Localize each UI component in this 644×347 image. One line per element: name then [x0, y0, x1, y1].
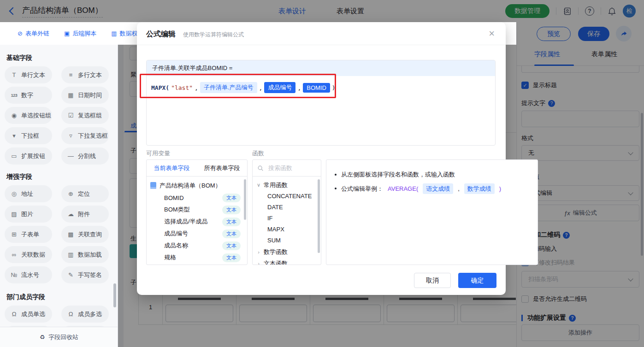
confirm-button[interactable]: 确定 [458, 273, 496, 288]
bell-icon[interactable] [608, 7, 616, 16]
formula-editor-box[interactable]: 子件清单.关联半成品BOMID = MAPX("last", 子件清单.产品编号… [146, 60, 496, 146]
group-common-functions[interactable]: ∨ 常用函数 [256, 179, 321, 191]
data-manage-button[interactable]: 数据管理 [505, 4, 549, 18]
show-title-checkbox[interactable]: 显示标题 [521, 81, 557, 89]
bullet-icon [335, 174, 337, 176]
tab-form-design[interactable]: 表单设计 [278, 7, 306, 16]
group-math-functions[interactable]: › 数学函数 [256, 246, 321, 258]
field-subform[interactable]: ⊞子表单 [5, 226, 52, 243]
function-search[interactable] [253, 160, 321, 176]
field-multi-line-text[interactable]: ≡多行文本 [61, 66, 109, 83]
tab-form-settings[interactable]: 表单设置 [337, 7, 364, 16]
default-value-select[interactable]: 公式编辑 [521, 185, 639, 201]
variable-row[interactable]: 成品编号文本 [150, 228, 247, 240]
cell-input[interactable] [461, 305, 516, 322]
close-icon[interactable]: × [489, 29, 495, 39]
field-address[interactable]: ◎地址 [5, 185, 52, 202]
field-member-multi[interactable]: Ω成员多选 [61, 306, 109, 323]
functions-scrollbar[interactable] [318, 179, 320, 253]
field-signature[interactable]: ✎手写签名 [61, 266, 109, 283]
type-badge: 文本 [222, 194, 241, 202]
field-extend-button[interactable]: ▭扩展按钮 [5, 147, 52, 165]
tab-current-form-fields[interactable]: 当前表单字段 [154, 164, 190, 172]
group-text-functions[interactable]: › 文本函数 [256, 258, 321, 265]
canvas-field-label: 生 [130, 235, 136, 243]
field-number[interactable]: 123数字 [5, 87, 52, 104]
cloud-icon: ☁ [67, 211, 75, 218]
field-recycle-bin[interactable]: ♻ 字段回收站 [0, 327, 118, 347]
edit-formula-button[interactable]: ƒx 编辑公式 [521, 205, 639, 221]
field-location[interactable]: ⊕定位 [61, 185, 109, 202]
backend-script-button[interactable]: ▣ 后端脚本 [64, 29, 96, 38]
field-divider[interactable]: —分割线 [61, 147, 109, 165]
variable-row[interactable]: BOMID文本 [150, 192, 247, 204]
variable-row[interactable]: 成品名称文本 [150, 240, 247, 252]
preview-button[interactable]: 预览 [537, 27, 571, 41]
function-item[interactable]: SUM [256, 235, 321, 246]
question-icon[interactable] [563, 232, 570, 239]
form-external-link-button[interactable]: ⊘ 表单外链 [18, 29, 49, 38]
back-icon[interactable] [9, 7, 17, 15]
variable-row[interactable]: BOM类型文本 [150, 204, 247, 216]
field-dropdown[interactable]: ▾下拉框 [5, 127, 52, 144]
type-badge: 文本 [222, 253, 241, 262]
avatar[interactable]: 检 [623, 5, 636, 18]
question-icon[interactable] [569, 315, 576, 322]
variable-row[interactable]: 选择成品/半成品文本 [150, 216, 247, 228]
checkbox-icon[interactable] [521, 295, 529, 303]
function-item[interactable]: MAPX [256, 224, 321, 235]
title-input-partial[interactable] [521, 66, 639, 73]
field-attachment[interactable]: ☁附件 [61, 206, 109, 223]
field-serial-number[interactable]: №流水号 [5, 266, 52, 283]
cell-input[interactable] [313, 305, 381, 322]
field-chip[interactable]: BOMID [303, 83, 330, 93]
number-icon: 123 [10, 93, 18, 98]
clipped-header [178, 298, 220, 300]
radio-icon: ◉ [10, 112, 18, 119]
sidebar-scrollbar[interactable] [113, 283, 116, 307]
field-image[interactable]: ▨图片 [5, 206, 52, 223]
field-linked-data[interactable]: ∞关联数据 [5, 246, 52, 263]
tab-field-properties[interactable]: 字段属性 [534, 50, 560, 59]
variable-row[interactable]: 规格文本 [150, 252, 247, 264]
function-item[interactable]: IF [256, 213, 321, 224]
field-radio-group[interactable]: ◉单选按钮组 [5, 107, 52, 124]
field-checkbox-group[interactable]: ☑复选框组 [61, 107, 109, 124]
field-multi-dropdown[interactable]: ▿下拉复选框 [61, 127, 109, 144]
format-select[interactable]: 无 [521, 145, 639, 161]
share-button[interactable] [616, 26, 632, 41]
data-permission-button[interactable]: ▥ 数据权 [111, 29, 137, 38]
field-datetime[interactable]: ▦日期时间 [61, 87, 109, 104]
cell-input[interactable] [165, 305, 233, 322]
checkbox-checked-icon[interactable] [521, 82, 529, 89]
field-linked-query[interactable]: ▩关联查询 [61, 226, 109, 243]
field-data-load[interactable]: ▥数据加载 [61, 246, 109, 263]
cancel-button[interactable]: 取消 [414, 273, 451, 288]
tab-all-form-fields[interactable]: 所有表单字段 [204, 164, 240, 172]
pin-icon: ◎ [10, 190, 18, 197]
add-action-button[interactable]: 添加操作 [521, 324, 639, 341]
function-search-input[interactable] [267, 164, 315, 172]
cell-input[interactable] [239, 305, 307, 322]
function-item[interactable]: DATE [256, 202, 321, 213]
formula-expression[interactable]: MAPX("last", 子件清单.产品编号 , 成品编号 , BOMID ) [147, 76, 495, 99]
field-single-line-text[interactable]: T单行文本 [5, 66, 52, 83]
variables-scrollbar[interactable] [244, 179, 246, 220]
help-icon[interactable] [585, 6, 594, 16]
app-window: 产品结构清单（BOM） 表单设计 表单设置 数据管理 检 ⊘ 表单外链 ▣ [0, 0, 644, 347]
field-member-single[interactable]: Ω成员单选 [5, 306, 52, 323]
field-chip[interactable]: 子件清单.产品编号 [200, 82, 257, 93]
hint-text-input[interactable] [521, 111, 639, 127]
tab-form-properties[interactable]: 表单属性 [591, 50, 617, 59]
save-button[interactable]: 保存 [578, 27, 609, 41]
panel-scrollbar[interactable] [641, 113, 643, 256]
question-icon[interactable] [548, 100, 555, 107]
formula-editor-dialog: 公式编辑 使用数学运算符编辑公式 × 子件清单.关联半成品BOMID = MAP… [137, 22, 506, 295]
allow-qr-checkbox[interactable]: 是否允许生成二维码 [521, 295, 587, 303]
cell-input[interactable] [387, 305, 455, 322]
field-chip[interactable]: 成品编号 [264, 82, 295, 93]
function-item[interactable]: CONCATENATE [256, 191, 321, 202]
contact-book-icon[interactable] [563, 7, 572, 16]
tree-root[interactable]: 产品结构清单（BOM） [150, 179, 247, 192]
canvas-field-label: 子 [130, 147, 136, 155]
